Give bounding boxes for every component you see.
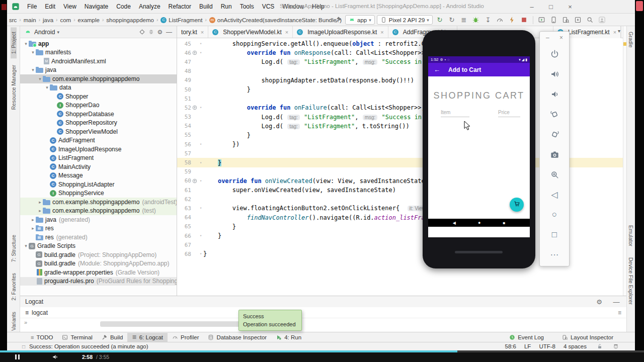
volume-up-button[interactable] [540, 64, 569, 84]
menu-item-file[interactable]: File [24, 2, 40, 11]
rotate-left-button[interactable] [540, 104, 569, 124]
window-close-button[interactable]: × [564, 3, 577, 11]
inspections-icon[interactable] [611, 341, 621, 350]
screenshot-button[interactable] [540, 144, 569, 164]
tool-tab-profiler[interactable]: Profiler [168, 333, 203, 342]
tool-tab-layout-inspector[interactable]: Layout Inspector [557, 333, 618, 342]
emulator-screen[interactable]: 1:52 ⚙ ▪ ◌ ▾ ◢ ▮ ← Add to Cart SHOPPING … [428, 56, 530, 237]
breadcrumb-item[interactable]: shoppingappdemo [106, 17, 154, 23]
tree-row[interactable]: ▸java(generated) [20, 215, 177, 224]
tree-chevron-icon[interactable]: ▾ [23, 243, 29, 248]
menu-item-build[interactable]: Build [196, 2, 216, 11]
layout-inspector-button[interactable] [561, 15, 571, 25]
tree-row[interactable]: ▸com.example.shoppingappdemo(androidTest… [20, 198, 177, 207]
line-ending-indicator[interactable]: LF [524, 343, 531, 349]
volume-icon[interactable] [52, 353, 59, 362]
tool-tab-database-inspector[interactable]: Database Inspector [203, 333, 271, 342]
apply-code-changes-button[interactable] [507, 15, 517, 25]
more-button[interactable]: ··· [540, 245, 569, 265]
collapse-all-icon[interactable] [146, 28, 155, 37]
tool-strip-tab[interactable]: Gradle [628, 27, 634, 52]
tool-tab-6-logcat[interactable]: ≣6: Logcat [127, 333, 168, 342]
tree-row[interactable]: ▾data [20, 83, 177, 93]
tool-strip-tab[interactable]: 7: Structure [11, 230, 17, 266]
tree-chevron-icon[interactable]: ▾ [30, 50, 36, 55]
tree-row[interactable]: Gbuild.gradle(Project: ShoppingAppDemo) [20, 250, 177, 259]
tool-strip-tab[interactable]: Emulator [628, 221, 634, 251]
hide-icon[interactable]: — [611, 297, 621, 307]
hide-icon[interactable]: — [165, 28, 174, 37]
tree-row[interactable]: CShoppingListAdapter [20, 180, 177, 189]
menu-item-view[interactable]: View [60, 2, 80, 11]
tree-row[interactable]: ▾app [20, 39, 177, 48]
tool-tab-terminal[interactable]: Terminal [57, 333, 97, 342]
menu-item-vcs[interactable]: VCS [259, 2, 278, 11]
tree-row[interactable]: CListFragment [20, 154, 177, 163]
power-button[interactable] [540, 44, 569, 64]
tree-row[interactable]: CShopper [20, 92, 177, 101]
logcat-filter-selector[interactable]: logcat [32, 309, 48, 316]
tool-tab-todo[interactable]: ≡TODO [26, 333, 57, 342]
tool-tab-build[interactable]: Build [97, 333, 128, 342]
indent-indicator[interactable]: 4 spaces [564, 343, 587, 349]
project-view-selector[interactable]: Android [34, 29, 55, 36]
tree-row[interactable]: Gbuild.gradle(Module: ShoppingAppDemo.ap… [20, 259, 177, 268]
item-field[interactable]: Item [441, 110, 469, 117]
tree-row[interactable]: CShopperViewModel [20, 127, 177, 136]
back-button[interactable]: ◁ [540, 185, 569, 205]
menu-item-code[interactable]: Code [113, 2, 134, 11]
breadcrumb-item[interactable]: main [24, 17, 36, 23]
menu-item-tools[interactable]: Tools [236, 2, 258, 11]
tree-row[interactable]: CAddFragment [20, 136, 177, 145]
editor-tab[interactable]: CShopperViewModel.kt× [208, 26, 293, 38]
fold-marker-icon[interactable]: ▾ [198, 51, 203, 55]
menu-item-edit[interactable]: Edit [41, 2, 59, 11]
breadcrumb-item[interactable]: java [43, 17, 53, 23]
avd-manager-button[interactable] [549, 15, 559, 25]
breadcrumb-item[interactable]: example [78, 17, 100, 23]
tree-row[interactable]: IShopperDao [20, 101, 177, 110]
tree-chevron-icon[interactable]: ▾ [44, 85, 50, 90]
run-configurations-button[interactable]: ≣ [459, 15, 469, 25]
tree-chevron-icon[interactable]: ▸ [30, 226, 36, 231]
home-button[interactable]: ○ [540, 205, 569, 225]
tool-tab-event-log[interactable]: Event Log [505, 333, 548, 342]
tool-strip-tab[interactable]: 2: Favorites [11, 268, 17, 305]
caret-position[interactable]: 58:6 [505, 343, 516, 349]
fold-marker-icon[interactable]: ▾ [198, 142, 203, 146]
overview-button[interactable]: □ [540, 225, 569, 245]
rotate-right-button[interactable] [540, 124, 569, 144]
menu-item-navigate[interactable]: Navigate [81, 2, 112, 11]
price-field[interactable]: Price [498, 110, 520, 117]
unlock-icon[interactable] [595, 341, 605, 350]
window-maximize-button[interactable]: □ [544, 3, 557, 11]
window-minimize-button[interactable]: – [525, 3, 538, 11]
tree-row[interactable]: ▾com.example.shoppingappdemo [20, 74, 177, 83]
device-manager-button[interactable] [537, 15, 547, 25]
close-tab-icon[interactable]: × [201, 29, 204, 35]
breadcrumb-item[interactable]: src [9, 17, 17, 23]
apply-changes-button[interactable]: ↻ [447, 15, 457, 25]
nav-home-button[interactable]: ● [478, 220, 480, 225]
menu-item-refactor[interactable]: Refactor [165, 2, 195, 11]
tool-strip-tab[interactable]: Resource Manager [11, 60, 17, 114]
encoding-indicator[interactable]: UTF-8 [539, 343, 555, 349]
tree-row[interactable]: ▾manifests [20, 48, 177, 57]
breadcrumb-item[interactable]: CListFragment [160, 17, 202, 23]
search-everywhere-button[interactable] [585, 15, 595, 25]
tool-strip-tab[interactable]: Device File Explorer [628, 253, 634, 309]
settings-icon[interactable]: ⚙ [155, 28, 165, 37]
stop-button[interactable] [519, 15, 529, 25]
tree-row[interactable]: CShopperRepository [20, 119, 177, 128]
tree-row[interactable]: CImageUploadResponse [20, 145, 177, 154]
hidden-tabs-dropdown-icon[interactable]: ▾ [618, 28, 620, 34]
menu-item-analyze[interactable]: Analyze [135, 2, 164, 11]
close-tab-icon[interactable]: × [613, 29, 616, 35]
tree-chevron-icon[interactable]: ▸ [37, 208, 43, 213]
add-to-cart-fab[interactable] [510, 198, 524, 212]
tree-row[interactable]: ▸com.example.shoppingappdemo(test) [20, 207, 177, 216]
tool-strip-tab[interactable]: 1: Project [11, 27, 17, 58]
tree-row[interactable]: CMessage [20, 171, 177, 180]
tree-row[interactable]: ▾java [20, 66, 177, 75]
tree-row[interactable]: ▾GGradle Scripts [20, 242, 177, 251]
